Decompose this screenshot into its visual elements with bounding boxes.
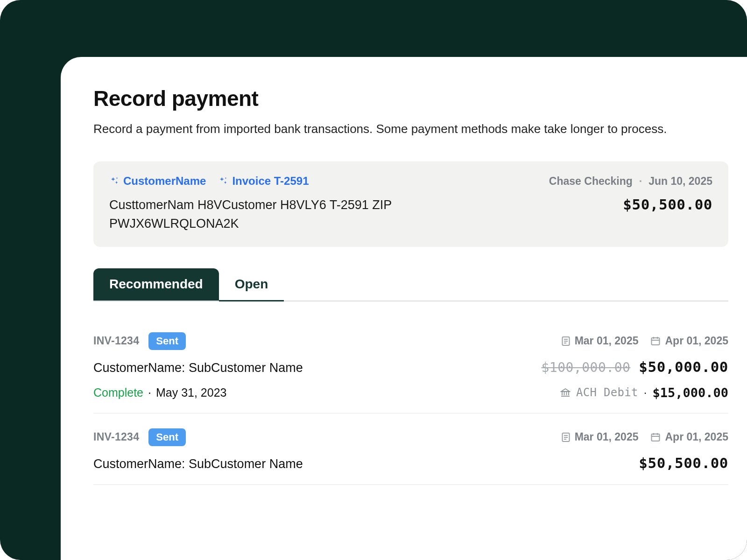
tabs: Recommended Open (93, 268, 728, 301)
invoice-original-amount: $100,000.00 (541, 360, 630, 375)
invoice-issue-date: Mar 01, 2025 (561, 335, 639, 347)
invoice-customer: CustomerName: SubCustomer Name (93, 361, 303, 375)
bank-icon (560, 388, 571, 397)
status-badge: Sent (148, 428, 186, 446)
invoice-issue-date: Mar 01, 2025 (561, 431, 639, 443)
complete-date: May 31, 2023 (156, 386, 227, 399)
invoice-due-date: Apr 01, 2025 (650, 335, 728, 347)
sparkle-icon (218, 176, 228, 186)
tab-open[interactable]: Open (219, 268, 284, 301)
calendar-icon (650, 432, 661, 442)
invoice-link[interactable]: Invoice T-2591 (218, 175, 309, 188)
transaction-amount: $50,500.00 (623, 196, 712, 213)
svg-rect-4 (652, 338, 660, 345)
transaction-detail: CusttomerNam H8VCustomer H8VLY6 T-2591 Z… (109, 196, 445, 232)
document-icon (561, 432, 571, 442)
invoice-row[interactable]: INV-1234 Sent (93, 413, 728, 485)
tab-recommended[interactable]: Recommended (93, 268, 219, 301)
invoice-link-label: Invoice T-2591 (232, 175, 309, 188)
invoice-id: INV-1234 (93, 335, 139, 347)
transaction-date: Jun 10, 2025 (648, 175, 712, 188)
invoice-customer: CustomerName: SubCustomer Name (93, 457, 303, 471)
document-icon (561, 336, 571, 346)
customer-link-label: CustomerName (123, 175, 206, 188)
page-subtitle: Record a payment from imported bank tran… (93, 120, 728, 137)
calendar-icon (650, 336, 661, 346)
payment-amount: $15,000.00 (652, 385, 728, 400)
transaction-meta: Chase Checking · Jun 10, 2025 (549, 175, 712, 188)
invoice-id: INV-1234 (93, 431, 139, 443)
complete-label: Complete (93, 386, 143, 399)
svg-rect-17 (652, 434, 660, 441)
payment-method: ACH Debit (576, 386, 638, 399)
page-title: Record payment (93, 86, 728, 111)
transaction-card: CustomerName Invoice T-2591 (93, 161, 728, 246)
invoice-row[interactable]: INV-1234 Sent (93, 317, 728, 413)
invoice-amount: $50,500.00 (639, 455, 728, 471)
status-badge: Sent (148, 332, 186, 350)
payment-status-line: Complete · May 31, 2023 (93, 386, 226, 399)
invoice-due-date: Apr 01, 2025 (650, 431, 728, 443)
sparkle-icon (109, 176, 120, 186)
customer-link[interactable]: CustomerName (109, 175, 206, 188)
invoice-amount: $50,000.00 (639, 358, 728, 375)
record-payment-panel: Record payment Record a payment from imp… (61, 57, 747, 560)
transaction-account: Chase Checking (549, 175, 633, 188)
